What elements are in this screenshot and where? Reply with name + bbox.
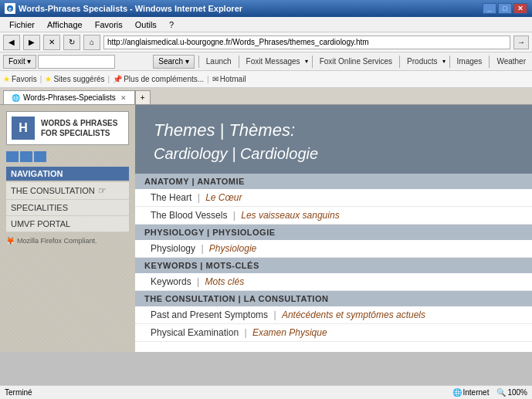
consultation-item-symptoms: Past and Present Symptoms | Antécédents … (135, 306, 532, 324)
products-link[interactable]: Products (404, 57, 440, 66)
refresh-button[interactable]: ↻ (63, 35, 80, 50)
products-arrow: ▾ (442, 58, 446, 65)
section-anatomy-header: ANATOMY | ANATOMIE (135, 174, 532, 189)
back-button[interactable]: ◀ (3, 35, 20, 50)
sidebar-controls (6, 151, 129, 162)
fav-separator-3: | (207, 75, 209, 83)
sites-label: Sites suggérés (53, 75, 104, 83)
title-bar: e Words-Phrases Specialists - Windows In… (0, 0, 532, 17)
pipe-3: | (201, 243, 203, 254)
favorites-button[interactable]: ★ Favoris (3, 75, 37, 83)
anatomy-header-text: ANATOMY | ANATOMIE (144, 177, 245, 186)
menu-outils[interactable]: Outils (129, 19, 163, 31)
foxit-menu[interactable]: Foxit ▾ (3, 55, 36, 69)
suggested-sites[interactable]: ★ Sites suggérés (45, 75, 104, 83)
foxit-label: Foxit (8, 57, 25, 66)
launch-link[interactable]: Launch (203, 57, 235, 66)
vessels-fr-link[interactable]: Les vaisseaux sanguins (241, 210, 339, 221)
nav-header: NAVIGATION (6, 167, 129, 181)
mozilla-note: 🦊 Mozilla Firefox Compliant. (6, 237, 129, 245)
pipe-5: | (273, 309, 276, 320)
vessels-en: The Blood Vessels (151, 210, 227, 221)
symptoms-fr-link[interactable]: Antécédents et symptômes actuels (282, 309, 425, 320)
hotmail-link[interactable]: ✉ Hotmail (212, 75, 246, 83)
weather-link[interactable]: Weather (493, 57, 529, 66)
images-link[interactable]: Images (454, 57, 486, 66)
search-dropdown-icon: ▾ (185, 57, 189, 66)
ctrl-btn-1[interactable] (6, 151, 19, 162)
symptoms-en: Past and Present Symptoms (151, 309, 268, 320)
keywords-fr-link[interactable]: Mots clés (205, 276, 245, 287)
ctrl-btn-2[interactable] (20, 151, 32, 162)
ctrl-btn-3[interactable] (34, 151, 46, 162)
sidebar-item-umvf[interactable]: UMVF PORTAL (6, 216, 129, 232)
pipe-6: | (244, 327, 246, 338)
pipe-2: | (233, 210, 236, 221)
globe-icon: 🌐 (452, 388, 462, 397)
tab-icon: 🌐 (12, 94, 20, 102)
menu-fichier[interactable]: Fichier (3, 19, 41, 31)
stop-button[interactable]: ✕ (43, 35, 60, 50)
more-addons[interactable]: 📌 Plus de compléments... (113, 75, 204, 83)
examination-en: Physical Examination (151, 327, 239, 338)
consultation-item-examination: Physical Examination | Examen Physique (135, 324, 532, 342)
minimize-button[interactable]: _ (483, 3, 496, 14)
fav-separator: | (40, 75, 42, 83)
toolbar-separator-3 (312, 56, 313, 68)
home-button[interactable]: ⌂ (83, 35, 100, 50)
zoom-level: 100% (507, 388, 527, 397)
status-right: 🌐 Internet 🔍 100% (452, 388, 528, 397)
address-input[interactable] (103, 36, 510, 49)
physiology-item: Physiology | Physiologie (135, 240, 532, 258)
active-tab[interactable]: 🌐 Words-Phrases-Specialists ✕ (3, 90, 135, 104)
foxit-toolbar: Foxit ▾ Search ▾ Launch Foxit Messages ▾… (0, 52, 532, 71)
hand-icon: ☞ (98, 185, 107, 196)
zoom-control[interactable]: 🔍 100% (496, 388, 527, 397)
hotmail-icon: ✉ (212, 75, 219, 83)
specialities-label: SPECIALITIES (11, 203, 68, 212)
foxit-search-input[interactable] (38, 55, 115, 69)
status-bar: Terminé 🌐 Internet 🔍 100% (0, 385, 532, 399)
heart-fr-link[interactable]: Le Cœur (205, 192, 242, 203)
window-title: Words-Phrases Specialists - Windows Inte… (19, 4, 483, 13)
star-icon: ★ (3, 75, 10, 83)
menu-favoris[interactable]: Favoris (89, 19, 129, 31)
toolbar-separator (198, 56, 199, 68)
maximize-button[interactable]: □ (498, 3, 512, 14)
logo-h: H (12, 117, 35, 140)
physiology-header-text: PHYSIOLOGY | PHYSIOLOGIE (144, 228, 276, 237)
address-bar: ◀ ▶ ✕ ↻ ⌂ → (0, 32, 532, 52)
examination-fr-link[interactable]: Examen Physique (252, 327, 327, 338)
foxit-messages-link[interactable]: Foxit Messages (243, 57, 303, 66)
pipe-1: | (198, 192, 200, 203)
menu-affichage[interactable]: Affichage (41, 19, 89, 31)
logo-text: WORDS & PHRASES FOR SPECIALISTS (41, 118, 117, 138)
forward-button[interactable]: ▶ (23, 35, 40, 50)
theme-subtitle: Cardiology | Cardiologie (154, 145, 513, 163)
logo-line2: FOR SPECIALISTS (41, 128, 117, 138)
foxit-online-link[interactable]: Foxit Online Services (317, 57, 395, 66)
window-icon: e (5, 3, 15, 14)
keywords-header-text: KEYWORDS | MOTS-CLÉS (144, 261, 259, 270)
search-button[interactable]: Search ▾ (153, 55, 194, 69)
foxit-messages-arrow: ▾ (305, 58, 308, 65)
logo-line1: WORDS & PHRASES (41, 118, 117, 128)
search-label: Search (158, 57, 183, 66)
foxit-dropdown-icon: ▾ (27, 57, 31, 66)
heart-en: The Heart (151, 192, 191, 203)
fav-separator-2: | (108, 75, 110, 83)
sidebar-item-specialities[interactable]: SPECIALITIES (6, 200, 129, 216)
tab-close-icon[interactable]: ✕ (120, 94, 127, 102)
new-tab-button[interactable]: + (135, 90, 151, 104)
sidebar-logo: H WORDS & PHRASES FOR SPECIALISTS (6, 111, 129, 145)
go-button[interactable]: → (513, 36, 529, 49)
close-button[interactable]: ✕ (513, 3, 527, 14)
consultation-header-text: THE CONSULTATION | LA CONSULTATION (144, 294, 328, 303)
hotmail-label: Hotmail (220, 75, 246, 83)
sidebar-item-consultation[interactable]: THE CONSULTATION ☞ (6, 182, 129, 200)
toolbar-separator-2 (239, 56, 239, 68)
physiology-en: Physiology (151, 243, 195, 254)
menu-help[interactable]: ? (163, 19, 180, 31)
keywords-en: Keywords (151, 276, 191, 287)
physiology-fr-link[interactable]: Physiologie (209, 243, 256, 254)
